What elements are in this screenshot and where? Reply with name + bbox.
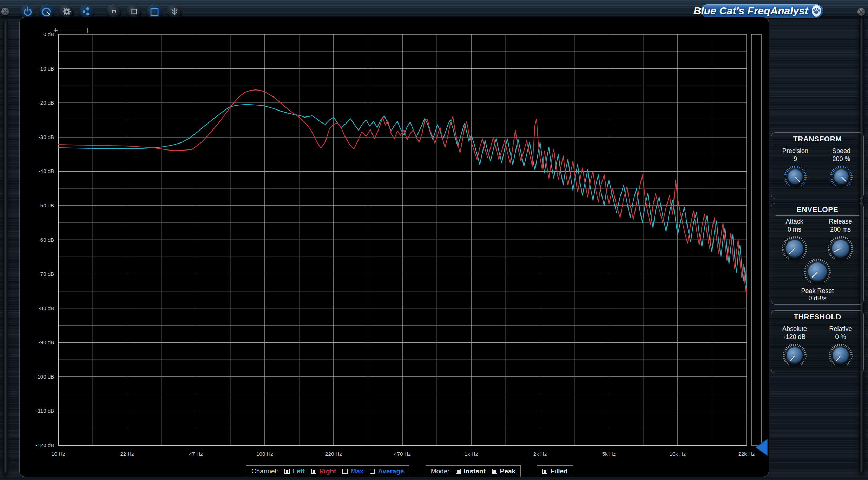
option-average[interactable]: Average bbox=[370, 467, 404, 475]
svg-text:-60 dB: -60 dB bbox=[39, 237, 54, 243]
label-instant: Instant bbox=[464, 467, 486, 475]
envelope-box: ENVELOPE Attack 0 ms Release 200 ms Peak… bbox=[771, 203, 864, 305]
absolute-value: -120 dB bbox=[783, 333, 805, 341]
attack-knob[interactable] bbox=[782, 236, 807, 261]
attack-label: Attack bbox=[785, 218, 803, 225]
svg-text:10k Hz: 10k Hz bbox=[670, 451, 686, 457]
plugin-title: Blue Cat's FreqAnalyst bbox=[693, 5, 808, 17]
label-average: Average bbox=[378, 467, 404, 475]
precision-label: Precision bbox=[782, 147, 808, 155]
release-knob[interactable] bbox=[828, 236, 853, 261]
relative-value: 0 % bbox=[835, 333, 846, 341]
peak-reset-knob[interactable] bbox=[804, 259, 831, 285]
option-right[interactable]: Right bbox=[311, 467, 336, 475]
threshold-title: THRESHOLD bbox=[771, 313, 863, 321]
filled-options: Filled bbox=[542, 467, 568, 475]
display-panel: 0 dB-10 dB-20 dB-30 dB-40 dB-50 dB-60 dB… bbox=[19, 17, 769, 477]
label-peak: Peak bbox=[500, 467, 515, 475]
checkbox-left[interactable] bbox=[284, 469, 290, 474]
option-peak[interactable]: Peak bbox=[492, 467, 515, 475]
bottom-bar: Channel: LeftRightMaxAverage Mode: Insta… bbox=[246, 465, 573, 477]
transform-box: TRANSFORM Precision 9 Speed 200 % bbox=[771, 132, 864, 199]
svg-text:47 Hz: 47 Hz bbox=[189, 451, 203, 457]
absolute-knob[interactable] bbox=[783, 344, 807, 367]
svg-text:1k Hz: 1k Hz bbox=[465, 451, 478, 457]
svg-text:-50 dB: -50 dB bbox=[39, 202, 54, 208]
svg-text:-100 dB: -100 dB bbox=[35, 374, 54, 380]
speed-label: Speed bbox=[832, 147, 850, 155]
svg-text:-30 dB: -30 dB bbox=[39, 134, 54, 140]
release-value: 200 ms bbox=[830, 226, 851, 233]
label-filled: Filled bbox=[550, 467, 568, 475]
svg-text:10 Hz: 10 Hz bbox=[51, 451, 65, 457]
svg-text:-80 dB: -80 dB bbox=[39, 305, 54, 311]
svg-text:2k Hz: 2k Hz bbox=[533, 451, 547, 457]
checkbox-peak[interactable] bbox=[492, 469, 497, 474]
relative-knob[interactable] bbox=[829, 344, 853, 367]
screw-icon bbox=[857, 8, 865, 16]
svg-text:5k Hz: 5k Hz bbox=[602, 451, 616, 457]
filled-group: Filled bbox=[537, 465, 573, 477]
checkbox-right[interactable] bbox=[311, 469, 316, 474]
threshold-box: THRESHOLD Absolute -120 dB Relative 0 % bbox=[771, 310, 864, 373]
peak-reset-value: 0 dB/s bbox=[808, 295, 826, 302]
svg-text:470 Hz: 470 Hz bbox=[394, 451, 411, 457]
channel-group: Channel: LeftRightMaxAverage bbox=[246, 465, 409, 477]
svg-text:22k Hz: 22k Hz bbox=[738, 451, 755, 457]
spectrum-display[interactable]: 0 dB-10 dB-20 dB-30 dB-40 dB-50 dB-60 dB… bbox=[20, 17, 769, 477]
speed-value: 200 % bbox=[832, 155, 850, 163]
relative-label: Relative bbox=[829, 325, 852, 333]
option-left[interactable]: Left bbox=[284, 467, 305, 475]
absolute-label: Absolute bbox=[782, 325, 807, 333]
left-rail bbox=[3, 20, 8, 473]
svg-text:-120 dB: -120 dB bbox=[35, 442, 54, 448]
channel-label: Channel: bbox=[251, 467, 278, 475]
svg-text:-90 dB: -90 dB bbox=[39, 339, 54, 345]
plugin-title-bar: Blue Cat's FreqAnalyst bbox=[701, 4, 823, 18]
snowflake-icon: ❄ bbox=[171, 7, 178, 16]
precision-value: 9 bbox=[794, 155, 797, 163]
checkbox-filled[interactable] bbox=[542, 469, 547, 474]
svg-text:-70 dB: -70 dB bbox=[39, 271, 54, 277]
svg-text:220 Hz: 220 Hz bbox=[325, 451, 342, 457]
screw-icon bbox=[1, 8, 9, 15]
channel-options: LeftRightMaxAverage bbox=[284, 467, 404, 475]
mode-label: Mode: bbox=[431, 467, 449, 475]
mode-group: Mode: InstantPeak bbox=[426, 465, 521, 477]
mode-options: InstantPeak bbox=[456, 467, 516, 475]
bluecat-paw-logo[interactable] bbox=[812, 5, 821, 17]
label-right: Right bbox=[319, 467, 336, 475]
svg-text:22 Hz: 22 Hz bbox=[120, 451, 134, 457]
label-left: Left bbox=[292, 467, 305, 475]
svg-text:0 dB: 0 dB bbox=[43, 31, 54, 37]
checkbox-max[interactable] bbox=[342, 469, 348, 474]
attack-value: 0 ms bbox=[788, 226, 801, 233]
svg-text:-110 dB: -110 dB bbox=[36, 408, 54, 414]
option-instant[interactable]: Instant bbox=[456, 467, 486, 475]
release-label: Release bbox=[829, 218, 852, 225]
svg-text:-10 dB: -10 dB bbox=[39, 66, 54, 72]
label-max: Max bbox=[350, 467, 363, 475]
envelope-title: ENVELOPE bbox=[771, 205, 863, 214]
transform-title: TRANSFORM bbox=[771, 135, 863, 143]
option-max[interactable]: Max bbox=[342, 467, 363, 475]
peak-reset-label: Peak Reset bbox=[801, 287, 834, 295]
precision-knob[interactable] bbox=[784, 166, 807, 188]
svg-text:100 Hz: 100 Hz bbox=[256, 451, 273, 457]
option-filled[interactable]: Filled bbox=[542, 467, 568, 475]
speed-knob[interactable] bbox=[830, 166, 853, 188]
svg-text:-20 dB: -20 dB bbox=[39, 100, 54, 106]
checkbox-instant[interactable] bbox=[456, 469, 461, 474]
checkbox-average[interactable] bbox=[370, 469, 375, 474]
svg-text:-40 dB: -40 dB bbox=[39, 168, 54, 174]
